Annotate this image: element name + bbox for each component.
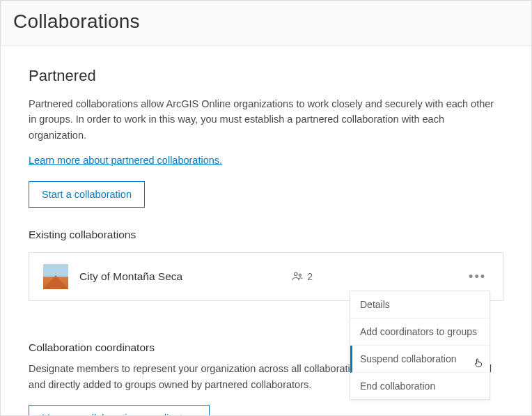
partnered-heading: Partnered xyxy=(29,67,503,85)
collaboration-thumbnail xyxy=(43,264,68,289)
manage-coordinators-button[interactable]: Manage collaboration coordinators xyxy=(29,405,210,416)
more-actions-button[interactable]: ••• xyxy=(466,270,489,284)
dropdown-item-suspend[interactable]: Suspend collaboration xyxy=(350,346,490,373)
existing-collaborations-label: Existing collaborations xyxy=(29,229,503,241)
dropdown-item-details[interactable]: Details xyxy=(350,291,490,318)
dropdown-item-suspend-label: Suspend collaboration xyxy=(360,353,457,364)
start-collaboration-button[interactable]: Start a collaboration xyxy=(29,181,145,208)
page-header: Collaborations xyxy=(1,1,531,46)
svg-point-0 xyxy=(295,272,298,276)
collaboration-card: City of Montaña Seca 2 ••• Details Add c… xyxy=(29,252,503,301)
content-area: Partnered Partnered collaborations allow… xyxy=(1,46,531,416)
dropdown-item-add-coordinators[interactable]: Add coordinators to groups xyxy=(350,318,490,346)
page-title: Collaborations xyxy=(13,10,519,33)
cursor-pointer-icon xyxy=(473,357,484,369)
partnered-description: Partnered collaborations allow ArcGIS On… xyxy=(29,96,503,143)
members-icon xyxy=(291,270,304,283)
svg-point-1 xyxy=(299,275,301,277)
dropdown-item-end[interactable]: End collaboration xyxy=(350,373,490,399)
learn-more-link[interactable]: Learn more about partnered collaboration… xyxy=(29,155,222,166)
member-count-value: 2 xyxy=(307,271,313,282)
collaboration-name: City of Montaña Seca xyxy=(79,270,182,283)
actions-dropdown: Details Add coordinators to groups Suspe… xyxy=(350,291,490,400)
member-count: 2 xyxy=(291,270,313,283)
